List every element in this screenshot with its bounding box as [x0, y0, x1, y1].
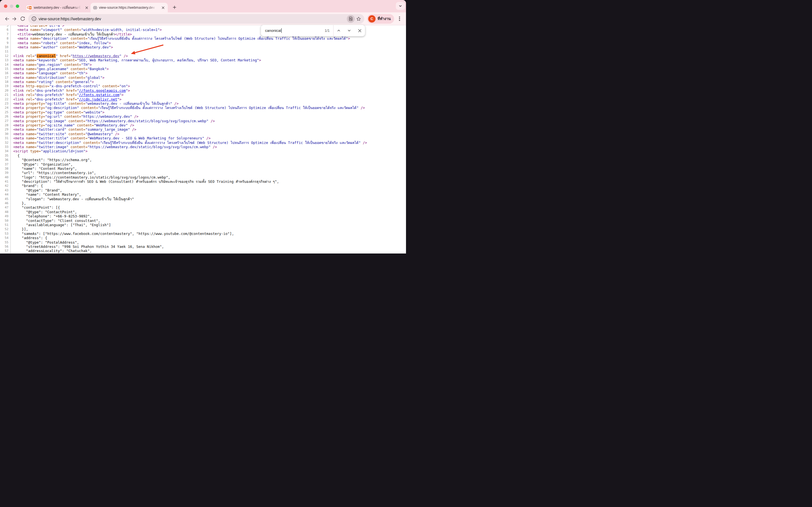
source-line: 16<meta name="language" content="th"> — [0, 71, 406, 75]
code-segment: > — [86, 71, 88, 75]
minimize-window-button[interactable] — [10, 4, 13, 8]
code-segment: "@type": "PostalAddress", — [13, 240, 79, 244]
line-number: 21 — [0, 93, 11, 97]
search-match-highlight: canonical — [37, 54, 56, 58]
code-segment: "og:image" — [45, 119, 66, 123]
source-line: 20<link rel="dns-prefetch" href="//fonts… — [0, 89, 406, 93]
code-segment: > — [90, 62, 92, 67]
source-link[interactable]: //fonts.googleapis.com — [79, 89, 126, 93]
source-code: 5 <meta charset="utf-8">6 <meta name="vi… — [0, 25, 406, 253]
source-line: 9 <meta name="robots" content="index, fo… — [0, 41, 406, 45]
find-in-page-indicator[interactable] — [347, 15, 355, 23]
code-segment: > — [348, 36, 350, 41]
code-segment: href= — [64, 97, 77, 101]
line-number: 14 — [0, 62, 11, 67]
new-tab-button[interactable] — [171, 4, 178, 11]
line-text: <link rel="canonical" href="https://webm… — [13, 54, 128, 58]
tab-view-source[interactable]: view-source:https://webmastery.dev — [91, 3, 168, 12]
source-line: 33<meta name="twitter:image" content="ht… — [0, 145, 406, 149]
line-number: 20 — [0, 89, 11, 93]
source-link[interactable]: https://webmastery.dev — [73, 54, 119, 58]
line-text: "logo": "https://contentmastery.io/stati… — [13, 175, 170, 179]
code-segment: "robots" — [41, 41, 58, 45]
browser-menu-button[interactable] — [396, 15, 403, 23]
line-text: <meta name="keywords" content="SEO, Web … — [13, 58, 261, 62]
reload-button[interactable] — [18, 15, 27, 23]
browser-window: C M webmastery.dev - เปลี่ยนคนเข้า view-… — [0, 0, 406, 253]
code-segment: name= — [30, 36, 41, 41]
forward-arrow-icon — [12, 16, 17, 22]
bookmark-button[interactable] — [355, 15, 363, 23]
line-text: "slogan": "webmastery.dev - เปลี่ยนคนเข้… — [13, 197, 134, 201]
code-segment: "@context": "https://schema.org", — [13, 158, 92, 162]
code-segment: name= — [26, 136, 37, 140]
line-text: <meta name="author" content="WebMastery.… — [13, 45, 113, 49]
source-line: 28<meta property="og:site_name" content=… — [0, 123, 406, 127]
find-close-button[interactable] — [354, 25, 365, 36]
source-link[interactable]: //fonts.gstatic.com — [79, 93, 119, 97]
code-segment: <meta — [13, 101, 26, 106]
line-text: "url": "https://contentmastery.io", — [13, 171, 96, 175]
source-link[interactable]: //cdn.jsdelivr.net — [79, 97, 117, 101]
code-segment: <meta — [13, 41, 30, 45]
source-line: 24<meta property="og:description" conten… — [0, 106, 406, 110]
code-segment: " — [119, 54, 121, 58]
line-text: <meta name="twitter:site" content="@webm… — [13, 132, 119, 136]
code-segment: href= — [58, 54, 70, 58]
code-segment: "twitter:title" — [37, 136, 68, 140]
tab-search-button[interactable] — [396, 2, 405, 10]
code-segment: /> — [211, 145, 217, 149]
code-segment: "twitter:description" — [37, 140, 81, 145]
tab-webmastery[interactable]: C M webmastery.dev - เปลี่ยนคนเข้า — [25, 3, 91, 12]
tab-close-icon[interactable] — [84, 5, 89, 10]
line-text: <meta name="geo.region" content="TH"> — [13, 62, 92, 67]
code-segment: <link — [13, 97, 26, 101]
zoom-window-button[interactable] — [16, 4, 19, 8]
tab-close-icon[interactable] — [161, 5, 165, 10]
source-line: 53 "sameAs": ["https://www.facebook.com/… — [0, 231, 406, 236]
line-number: 22 — [0, 97, 11, 101]
code-segment: webmastery.dev - เปลี่ยนคนเข้าเว็บ ให้เป… — [33, 32, 115, 36]
back-button[interactable] — [3, 15, 11, 23]
code-segment: "WebMastery.dev" — [94, 123, 128, 127]
code-segment: /> — [130, 127, 137, 131]
profile-name: ที่ทำงาน — [377, 16, 391, 22]
code-segment: "og:description" — [45, 106, 79, 110]
code-segment: "twitter:site" — [37, 132, 66, 136]
address-bar[interactable]: view-source:https://webmastery.dev — [28, 14, 364, 24]
source-line: 21<link rel="dns-prefetch" href="//fonts… — [0, 93, 406, 97]
profile-chip[interactable]: C ที่ทำงาน — [367, 14, 394, 24]
code-segment: property= — [26, 101, 45, 106]
code-segment: content= — [66, 132, 86, 136]
code-segment: > — [259, 58, 261, 62]
code-segment: content= — [66, 75, 86, 80]
forward-button[interactable] — [11, 15, 18, 23]
code-segment: name= — [30, 27, 41, 32]
find-previous-button[interactable] — [334, 25, 344, 36]
source-line: 45 "slogan": "webmastery.dev - เปลี่ยนคน… — [0, 197, 406, 201]
line-number: 38 — [0, 166, 11, 171]
source-line: 23<meta property="og:title" content="web… — [0, 101, 406, 106]
code-segment: "@type": "ContactPoint", — [13, 210, 77, 214]
globe-icon — [93, 6, 97, 10]
source-line: 46 }, — [0, 201, 406, 205]
code-segment: "rating" — [37, 80, 54, 84]
line-number: 13 — [0, 58, 11, 62]
code-segment: "website" — [83, 110, 102, 114]
code-segment: name= — [26, 58, 37, 62]
line-text: "@type": "ContactPoint", — [13, 210, 77, 214]
code-segment: href= — [64, 93, 77, 97]
close-window-button[interactable] — [4, 4, 7, 8]
find-next-button[interactable] — [344, 25, 354, 36]
code-segment: "dns-prefetch" — [35, 89, 64, 93]
code-segment: "addressLocality": "Chatuchak", — [13, 249, 92, 253]
close-x-icon — [358, 29, 362, 33]
line-text: <meta name="description" content="เรียนร… — [13, 36, 350, 41]
code-segment: "application/ld+json" — [41, 149, 86, 153]
line-text: <meta name="twitter:image" content="http… — [13, 145, 217, 149]
code-segment: "name": "Content Mastery", — [13, 166, 77, 171]
source-line: 44 "name": "Content Mastery", — [0, 192, 406, 196]
find-input[interactable]: canonical — [265, 28, 325, 33]
site-info-icon[interactable] — [32, 16, 36, 21]
source-line: 55 "@type": "PostalAddress", — [0, 240, 406, 244]
